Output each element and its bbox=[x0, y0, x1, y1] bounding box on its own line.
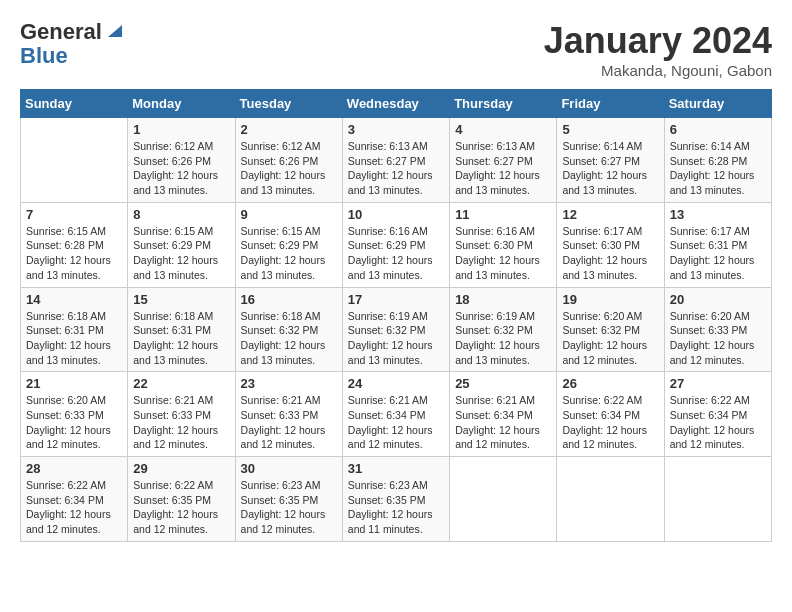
day-info: Sunrise: 6:15 AM Sunset: 6:29 PM Dayligh… bbox=[241, 224, 337, 283]
day-info: Sunrise: 6:19 AM Sunset: 6:32 PM Dayligh… bbox=[455, 309, 551, 368]
location: Makanda, Ngouni, Gabon bbox=[544, 62, 772, 79]
day-cell: 18Sunrise: 6:19 AM Sunset: 6:32 PM Dayli… bbox=[450, 287, 557, 372]
page-header: General Blue January 2024 Makanda, Ngoun… bbox=[20, 20, 772, 79]
week-row-2: 7Sunrise: 6:15 AM Sunset: 6:28 PM Daylig… bbox=[21, 202, 772, 287]
logo-general: General bbox=[20, 19, 102, 44]
day-number: 7 bbox=[26, 207, 122, 222]
day-number: 18 bbox=[455, 292, 551, 307]
day-info: Sunrise: 6:20 AM Sunset: 6:32 PM Dayligh… bbox=[562, 309, 658, 368]
day-cell: 6Sunrise: 6:14 AM Sunset: 6:28 PM Daylig… bbox=[664, 118, 771, 203]
day-cell: 24Sunrise: 6:21 AM Sunset: 6:34 PM Dayli… bbox=[342, 372, 449, 457]
header-monday: Monday bbox=[128, 90, 235, 118]
day-number: 29 bbox=[133, 461, 229, 476]
day-info: Sunrise: 6:12 AM Sunset: 6:26 PM Dayligh… bbox=[133, 139, 229, 198]
day-cell: 25Sunrise: 6:21 AM Sunset: 6:34 PM Dayli… bbox=[450, 372, 557, 457]
day-number: 6 bbox=[670, 122, 766, 137]
day-number: 30 bbox=[241, 461, 337, 476]
day-number: 23 bbox=[241, 376, 337, 391]
day-number: 25 bbox=[455, 376, 551, 391]
day-cell: 27Sunrise: 6:22 AM Sunset: 6:34 PM Dayli… bbox=[664, 372, 771, 457]
day-cell bbox=[664, 457, 771, 542]
day-cell: 4Sunrise: 6:13 AM Sunset: 6:27 PM Daylig… bbox=[450, 118, 557, 203]
header-tuesday: Tuesday bbox=[235, 90, 342, 118]
day-info: Sunrise: 6:23 AM Sunset: 6:35 PM Dayligh… bbox=[241, 478, 337, 537]
day-info: Sunrise: 6:21 AM Sunset: 6:33 PM Dayligh… bbox=[241, 393, 337, 452]
day-info: Sunrise: 6:23 AM Sunset: 6:35 PM Dayligh… bbox=[348, 478, 444, 537]
day-number: 11 bbox=[455, 207, 551, 222]
day-info: Sunrise: 6:15 AM Sunset: 6:29 PM Dayligh… bbox=[133, 224, 229, 283]
day-cell bbox=[21, 118, 128, 203]
day-info: Sunrise: 6:22 AM Sunset: 6:35 PM Dayligh… bbox=[133, 478, 229, 537]
day-number: 8 bbox=[133, 207, 229, 222]
day-info: Sunrise: 6:22 AM Sunset: 6:34 PM Dayligh… bbox=[562, 393, 658, 452]
day-number: 17 bbox=[348, 292, 444, 307]
week-row-4: 21Sunrise: 6:20 AM Sunset: 6:33 PM Dayli… bbox=[21, 372, 772, 457]
day-cell: 11Sunrise: 6:16 AM Sunset: 6:30 PM Dayli… bbox=[450, 202, 557, 287]
day-cell: 30Sunrise: 6:23 AM Sunset: 6:35 PM Dayli… bbox=[235, 457, 342, 542]
day-number: 14 bbox=[26, 292, 122, 307]
day-cell: 21Sunrise: 6:20 AM Sunset: 6:33 PM Dayli… bbox=[21, 372, 128, 457]
day-number: 2 bbox=[241, 122, 337, 137]
day-cell: 10Sunrise: 6:16 AM Sunset: 6:29 PM Dayli… bbox=[342, 202, 449, 287]
header-sunday: Sunday bbox=[21, 90, 128, 118]
header-thursday: Thursday bbox=[450, 90, 557, 118]
day-info: Sunrise: 6:13 AM Sunset: 6:27 PM Dayligh… bbox=[348, 139, 444, 198]
day-cell: 5Sunrise: 6:14 AM Sunset: 6:27 PM Daylig… bbox=[557, 118, 664, 203]
day-cell: 26Sunrise: 6:22 AM Sunset: 6:34 PM Dayli… bbox=[557, 372, 664, 457]
day-info: Sunrise: 6:22 AM Sunset: 6:34 PM Dayligh… bbox=[26, 478, 122, 537]
day-info: Sunrise: 6:14 AM Sunset: 6:27 PM Dayligh… bbox=[562, 139, 658, 198]
day-number: 1 bbox=[133, 122, 229, 137]
day-number: 20 bbox=[670, 292, 766, 307]
day-number: 12 bbox=[562, 207, 658, 222]
day-number: 15 bbox=[133, 292, 229, 307]
day-cell: 8Sunrise: 6:15 AM Sunset: 6:29 PM Daylig… bbox=[128, 202, 235, 287]
day-number: 21 bbox=[26, 376, 122, 391]
day-cell bbox=[450, 457, 557, 542]
day-cell: 2Sunrise: 6:12 AM Sunset: 6:26 PM Daylig… bbox=[235, 118, 342, 203]
day-number: 27 bbox=[670, 376, 766, 391]
day-cell: 13Sunrise: 6:17 AM Sunset: 6:31 PM Dayli… bbox=[664, 202, 771, 287]
day-number: 3 bbox=[348, 122, 444, 137]
day-number: 24 bbox=[348, 376, 444, 391]
day-info: Sunrise: 6:22 AM Sunset: 6:34 PM Dayligh… bbox=[670, 393, 766, 452]
day-cell: 3Sunrise: 6:13 AM Sunset: 6:27 PM Daylig… bbox=[342, 118, 449, 203]
day-cell: 7Sunrise: 6:15 AM Sunset: 6:28 PM Daylig… bbox=[21, 202, 128, 287]
day-cell: 29Sunrise: 6:22 AM Sunset: 6:35 PM Dayli… bbox=[128, 457, 235, 542]
day-info: Sunrise: 6:17 AM Sunset: 6:30 PM Dayligh… bbox=[562, 224, 658, 283]
day-info: Sunrise: 6:21 AM Sunset: 6:34 PM Dayligh… bbox=[348, 393, 444, 452]
day-info: Sunrise: 6:17 AM Sunset: 6:31 PM Dayligh… bbox=[670, 224, 766, 283]
day-cell: 9Sunrise: 6:15 AM Sunset: 6:29 PM Daylig… bbox=[235, 202, 342, 287]
day-cell: 1Sunrise: 6:12 AM Sunset: 6:26 PM Daylig… bbox=[128, 118, 235, 203]
day-info: Sunrise: 6:18 AM Sunset: 6:31 PM Dayligh… bbox=[26, 309, 122, 368]
day-number: 26 bbox=[562, 376, 658, 391]
day-cell: 23Sunrise: 6:21 AM Sunset: 6:33 PM Dayli… bbox=[235, 372, 342, 457]
day-number: 9 bbox=[241, 207, 337, 222]
day-info: Sunrise: 6:21 AM Sunset: 6:33 PM Dayligh… bbox=[133, 393, 229, 452]
calendar-header-row: SundayMondayTuesdayWednesdayThursdayFrid… bbox=[21, 90, 772, 118]
logo-icon bbox=[104, 19, 126, 41]
logo-blue: Blue bbox=[20, 44, 68, 68]
day-cell: 31Sunrise: 6:23 AM Sunset: 6:35 PM Dayli… bbox=[342, 457, 449, 542]
day-number: 10 bbox=[348, 207, 444, 222]
day-info: Sunrise: 6:12 AM Sunset: 6:26 PM Dayligh… bbox=[241, 139, 337, 198]
day-cell: 12Sunrise: 6:17 AM Sunset: 6:30 PM Dayli… bbox=[557, 202, 664, 287]
day-info: Sunrise: 6:14 AM Sunset: 6:28 PM Dayligh… bbox=[670, 139, 766, 198]
day-cell bbox=[557, 457, 664, 542]
svg-marker-0 bbox=[108, 25, 122, 37]
day-number: 31 bbox=[348, 461, 444, 476]
day-info: Sunrise: 6:13 AM Sunset: 6:27 PM Dayligh… bbox=[455, 139, 551, 198]
day-info: Sunrise: 6:16 AM Sunset: 6:30 PM Dayligh… bbox=[455, 224, 551, 283]
day-number: 13 bbox=[670, 207, 766, 222]
day-cell: 15Sunrise: 6:18 AM Sunset: 6:31 PM Dayli… bbox=[128, 287, 235, 372]
month-title: January 2024 bbox=[544, 20, 772, 62]
calendar-table: SundayMondayTuesdayWednesdayThursdayFrid… bbox=[20, 89, 772, 542]
day-cell: 20Sunrise: 6:20 AM Sunset: 6:33 PM Dayli… bbox=[664, 287, 771, 372]
day-info: Sunrise: 6:20 AM Sunset: 6:33 PM Dayligh… bbox=[670, 309, 766, 368]
title-block: January 2024 Makanda, Ngouni, Gabon bbox=[544, 20, 772, 79]
day-info: Sunrise: 6:21 AM Sunset: 6:34 PM Dayligh… bbox=[455, 393, 551, 452]
day-cell: 28Sunrise: 6:22 AM Sunset: 6:34 PM Dayli… bbox=[21, 457, 128, 542]
day-info: Sunrise: 6:19 AM Sunset: 6:32 PM Dayligh… bbox=[348, 309, 444, 368]
header-saturday: Saturday bbox=[664, 90, 771, 118]
day-number: 22 bbox=[133, 376, 229, 391]
day-info: Sunrise: 6:15 AM Sunset: 6:28 PM Dayligh… bbox=[26, 224, 122, 283]
